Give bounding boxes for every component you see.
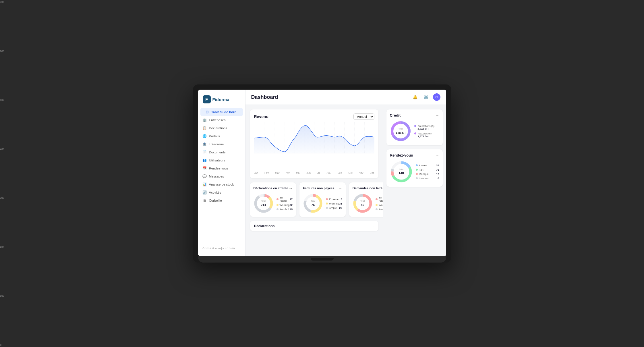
- declarations-attente-header: Déclarations en attente →: [254, 186, 293, 190]
- prestations-dot: [414, 125, 416, 127]
- header-actions: 🔔 ⚙️ C: [411, 93, 440, 101]
- period-select[interactable]: Annuel: [353, 113, 374, 120]
- ample-dot: [376, 208, 378, 210]
- en-retard-dot: [376, 198, 378, 200]
- sidebar-item-portails[interactable]: 🌐 Portails: [198, 132, 245, 140]
- a-venir-dot: [416, 164, 418, 166]
- sidebar-label: Trésorerie: [209, 142, 224, 146]
- analyse-stock-icon: 📊: [203, 182, 207, 186]
- credit-content: Total 4,918 DH Prestations (9): [390, 120, 439, 142]
- demandes-non-livres-title: Demandes non livrés: [353, 186, 383, 190]
- credit-header: Crédit →: [390, 113, 439, 117]
- revenue-title: Revenu: [254, 114, 269, 119]
- credit-legend-item-factures: Factures (6) 1,678 DH: [414, 132, 435, 138]
- factures-non-payees-legend: En retard 5 Warning: [326, 198, 342, 209]
- legend-item: Ample 20: [326, 206, 342, 209]
- dashboard-body: Revenu Annuel 700 600 500 400: [245, 105, 446, 256]
- sidebar-label: Messages: [209, 175, 224, 178]
- rendez-vous-icon: 📅: [203, 166, 207, 170]
- sidebar-item-entreprises[interactable]: 🏢 Entreprises: [198, 116, 245, 124]
- utilisateurs-icon: 👥: [203, 158, 207, 162]
- rendez-vous-donut: Total 148: [390, 160, 413, 183]
- sidebar-item-analyse-stock[interactable]: 📊 Analyse de stock: [198, 180, 245, 188]
- corbeille-icon: 🗑: [203, 198, 207, 203]
- declarations-attente-legend: En retard 27 Warning: [276, 196, 293, 211]
- sidebar-item-corbeille[interactable]: 🗑 Corbeille: [198, 196, 245, 205]
- legend-item: Ample 135: [276, 208, 293, 211]
- fait-dot: [416, 169, 418, 171]
- rendez-vous-content: Total 148 À venir: [390, 160, 439, 183]
- rendez-vous-header: Rendez-vous →: [390, 153, 439, 157]
- sidebar-label: Utilisateurs: [209, 159, 225, 162]
- sidebar-label: Documents: [209, 151, 226, 154]
- demandes-non-livres-content: Total 59 En retard: [353, 193, 383, 213]
- dashboard-right: Crédit →: [383, 105, 446, 256]
- declarations-bottom-arrow[interactable]: →: [371, 224, 374, 228]
- legend-item: En retard 27: [276, 196, 293, 202]
- credit-arrow[interactable]: →: [435, 113, 439, 117]
- declarations-bottom-card: Déclarations →: [250, 221, 378, 231]
- dashboard-main: Revenu Annuel 700 600 500 400: [245, 105, 383, 256]
- credit-card: Crédit →: [386, 109, 443, 145]
- chart-x-labels: Jan Fév Mar Avr Mai Jun Jul Aou Sep: [254, 171, 374, 174]
- rendez-vous-card: Rendez-vous →: [386, 149, 443, 187]
- sidebar-label: Tableau de bord: [211, 110, 237, 114]
- factures-non-payees-arrow[interactable]: →: [338, 186, 342, 190]
- legend-item: Warning 52: [276, 203, 293, 207]
- factures-non-payees-header: Factures non payées →: [303, 186, 342, 190]
- factures-non-payees-card: Factures non payées →: [299, 182, 346, 217]
- sidebar-item-declarations[interactable]: 📋 Déclarations: [198, 124, 245, 132]
- user-avatar[interactable]: C: [433, 93, 440, 101]
- ample-dot: [326, 207, 328, 209]
- documents-icon: 📄: [203, 150, 207, 154]
- legend-item: Ample 17: [376, 208, 383, 211]
- sidebar-item-documents[interactable]: 📄 Documents: [198, 148, 245, 156]
- legend-item: Fait 75: [416, 168, 439, 171]
- sidebar-label: Déclarations: [209, 126, 227, 130]
- entreprises-icon: 🏢: [203, 118, 207, 122]
- factures-dot: [414, 132, 416, 134]
- declarations-attente-arrow[interactable]: →: [289, 186, 293, 190]
- sidebar-label: Corbeille: [209, 199, 222, 202]
- rendez-vous-title: Rendez-vous: [390, 153, 413, 157]
- sidebar-label: Portails: [209, 134, 220, 138]
- demandes-non-livres-donut: Total 59: [353, 193, 373, 213]
- declarations-bottom-title: Déclarations: [254, 224, 275, 228]
- sidebar-logo: F Fidorma: [198, 93, 245, 108]
- warning-dot: [276, 204, 279, 206]
- settings-button[interactable]: ⚙️: [422, 93, 430, 101]
- revenue-card: Revenu Annuel 700 600 500 400: [250, 109, 378, 178]
- credit-title: Crédit: [390, 113, 401, 117]
- sidebar-item-tableau-de-bord[interactable]: ⊞ Tableau de bord: [200, 108, 243, 116]
- demandes-non-livres-legend: En retard 36 Warning: [376, 196, 383, 211]
- sidebar-label: Analyse de stock: [209, 183, 234, 186]
- factures-non-payees-title: Factures non payées: [303, 186, 334, 190]
- rendez-vous-donut-label: Total 148: [399, 168, 404, 176]
- portails-icon: 🌐: [203, 134, 207, 138]
- credit-donut: Total 4,918 DH: [390, 120, 411, 142]
- sidebar-item-tresorerie[interactable]: 🏦 Trésorerie: [198, 140, 245, 148]
- tresorerie-icon: 🏦: [203, 142, 207, 146]
- messages-icon: 💬: [203, 174, 207, 178]
- manque-dot: [416, 173, 418, 175]
- factures-non-payees-donut: Total 76: [303, 193, 323, 213]
- ample-dot: [276, 208, 279, 210]
- sidebar-item-messages[interactable]: 💬 Messages: [198, 172, 245, 180]
- inconnu-dot: [416, 177, 418, 179]
- legend-item: En retard 5: [326, 198, 342, 201]
- legend-item: Manqué 12: [416, 172, 439, 176]
- notification-button[interactable]: 🔔: [411, 93, 419, 101]
- declarations-attente-donut-label: Total 214: [261, 200, 266, 207]
- factures-non-payees-donut-label: Total 76: [311, 200, 315, 207]
- legend-item: Warning 36: [326, 202, 342, 205]
- sidebar-item-activites[interactable]: 🔄 Activités: [198, 188, 245, 196]
- logo-text: Fidorma: [212, 97, 229, 102]
- declarations-attente-donut: Total 214: [254, 193, 274, 213]
- sidebar-item-rendez-vous[interactable]: 📅 Rendez-vous: [198, 164, 245, 172]
- warning-dot: [376, 204, 378, 206]
- sidebar-item-utilisateurs[interactable]: 👥 Utilisateurs: [198, 156, 245, 164]
- legend-item: Warning 11: [376, 203, 383, 207]
- rendez-vous-arrow[interactable]: →: [435, 153, 439, 157]
- warning-dot: [326, 203, 328, 205]
- credit-legend: Prestations (9) 3,240 DH Factures (6): [414, 125, 435, 138]
